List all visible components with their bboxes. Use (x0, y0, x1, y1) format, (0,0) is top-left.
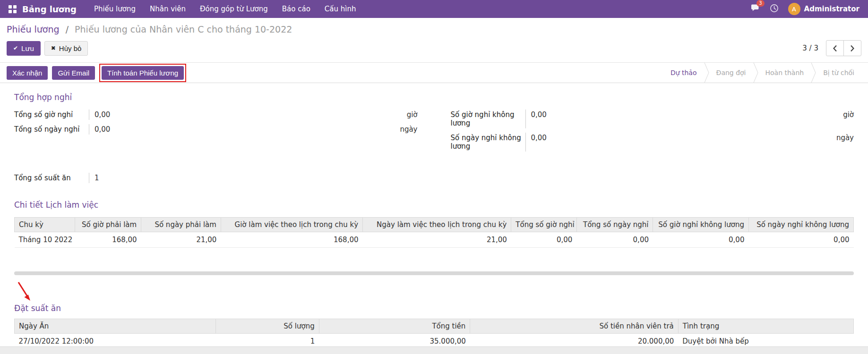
send-email-button[interactable]: Gửi Email (52, 66, 95, 80)
col-header[interactable]: Tổng số ngày nghỉ (576, 218, 653, 232)
page-bottom-strip (0, 346, 868, 354)
state-arrow-icon (704, 63, 709, 83)
col-header[interactable]: Tổng số giờ nghỉ (511, 218, 577, 232)
right-field-column: Số giờ nghỉ không lương 0,00 giờ Số ngày… (451, 110, 854, 156)
app-name[interactable]: Bảng lương (22, 4, 77, 14)
total-leave-hours-input[interactable]: 0,00 (89, 110, 403, 120)
action-row: ✔ Lưu ✖ Hủy bỏ 3 / 3 (7, 40, 861, 62)
cell-leave-hours[interactable]: 0,00 (511, 232, 577, 248)
meal-orders-section: Đặt suất ăn Ngày Ăn Số lượng Tổng tiền S… (14, 303, 854, 349)
section-title-working-schedule: Chi tiết Lịch làm việc (14, 200, 854, 210)
table-header-row: Chu kỳ Số giờ phải làm Số ngày phải làm … (15, 218, 854, 232)
menu-nhan-vien[interactable]: Nhân viên (143, 0, 193, 18)
compute-payslip-button[interactable]: Tính toán Phiếu lương (102, 66, 184, 80)
pager-next-button[interactable] (843, 40, 861, 56)
pager-previous-button[interactable] (826, 40, 844, 56)
menu-bao-cao[interactable]: Báo cáo (275, 0, 318, 18)
field-unpaid-leave-hours: Số giờ nghỉ không lương 0,00 giờ (451, 110, 854, 128)
total-leave-days-input[interactable]: 0,00 (89, 124, 396, 135)
field-label: Số giờ nghỉ không lương (451, 110, 525, 128)
total-meals-input[interactable]: 1 (89, 173, 418, 183)
check-icon: ✔ (13, 45, 18, 51)
form-statusbar: Xác nhận Gửi Email Tính toán Phiếu lương… (0, 62, 868, 83)
control-panel: Phiếu lương / Phiếu lương của Nhân viên … (0, 18, 868, 62)
col-header[interactable]: Tình trạng (678, 319, 853, 334)
field-unit: giờ (839, 110, 854, 128)
unpaid-leave-days-input[interactable]: 0,00 (525, 133, 833, 152)
field-unit: ngày (833, 133, 854, 152)
col-header[interactable]: Tổng tiền (319, 319, 470, 334)
table-row[interactable]: Tháng 10 2022 168,00 21,00 168,00 21,00 … (15, 232, 854, 248)
save-button[interactable]: ✔ Lưu (7, 41, 41, 56)
pager-count: 3 / 3 (802, 44, 818, 52)
messages-button[interactable]: 3 (746, 2, 765, 16)
left-field-column: Tổng số giờ nghỉ 0,00 giờ Tổng số ngày n… (14, 110, 418, 156)
discard-button[interactable]: ✖ Hủy bỏ (44, 41, 88, 56)
pager: 3 / 3 (802, 40, 861, 56)
activities-button[interactable] (765, 2, 783, 17)
cell-leave-days[interactable]: 0,00 (576, 232, 653, 248)
table-header-row: Ngày Ăn Số lượng Tổng tiền Số tiền nhân … (15, 319, 854, 334)
col-header[interactable]: Số giờ phải làm (75, 218, 141, 232)
state-arrow-icon (753, 63, 758, 83)
field-label: Tổng số suất ăn (14, 173, 89, 183)
col-header[interactable]: Số ngày nghỉ không lương (748, 218, 853, 232)
menu-cau-hinh[interactable]: Cấu hình (318, 0, 363, 18)
field-label: Tổng số giờ nghỉ (14, 110, 89, 120)
col-header[interactable]: Số giờ nghỉ không lương (653, 218, 748, 232)
cell-calendar-hours[interactable]: 168,00 (221, 232, 362, 248)
state-draft[interactable]: Dự thảo (663, 69, 704, 76)
field-unit: giờ (403, 110, 418, 120)
field-unpaid-leave-days: Số ngày nghỉ không lương 0,00 ngày (451, 133, 854, 152)
cell-hours-due[interactable]: 168,00 (75, 232, 141, 248)
working-schedule-section: Chi tiết Lịch làm việc Chu kỳ Số giờ phả… (14, 200, 854, 248)
red-highlight-box: Tính toán Phiếu lương (99, 64, 186, 82)
col-header[interactable]: Ngày làm việc theo lịch trong chu kỳ (363, 218, 511, 232)
chevron-left-icon (833, 45, 837, 52)
field-label: Số ngày nghỉ không lương (451, 133, 525, 152)
user-menu[interactable]: A Administrator (783, 3, 861, 15)
cell-unpaid-days[interactable]: 0,00 (748, 232, 853, 248)
menu-dong-gop[interactable]: Đóng góp từ Lương (193, 0, 275, 18)
avatar: A (788, 3, 800, 15)
main-menu: Phiếu lương Nhân viên Đóng góp từ Lương … (87, 0, 363, 18)
col-header[interactable]: Giờ làm việc theo lịch trong chu kỳ (221, 218, 362, 232)
red-arrow-annotation (15, 281, 36, 303)
cell-period[interactable]: Tháng 10 2022 (15, 232, 75, 248)
breadcrumb-separator: / (66, 24, 69, 34)
field-total-meals: Tổng số suất ăn 1 (14, 173, 418, 183)
messages-badge: 3 (756, 0, 764, 7)
col-header[interactable]: Số lượng (216, 319, 319, 334)
cell-days-due[interactable]: 21,00 (141, 232, 221, 248)
close-icon: ✖ (51, 45, 56, 51)
col-header[interactable]: Số ngày phải làm (141, 218, 221, 232)
col-header[interactable]: Số tiền nhân viên trả (470, 319, 678, 334)
clock-icon (770, 4, 779, 15)
state-arrow-icon (811, 63, 816, 83)
state-refused[interactable]: Bị từ chối (816, 69, 861, 76)
cell-calendar-days[interactable]: 21,00 (363, 232, 511, 248)
field-total-leave-hours: Tổng số giờ nghỉ 0,00 giờ (14, 110, 418, 120)
cell-unpaid-hours[interactable]: 0,00 (653, 232, 748, 248)
user-name: Administrator (804, 5, 859, 13)
meal-orders-table: Ngày Ăn Số lượng Tổng tiền Số tiền nhân … (14, 319, 854, 349)
top-navbar: Bảng lương Phiếu lương Nhân viên Đóng gó… (0, 0, 868, 18)
apps-grid-icon[interactable] (9, 5, 17, 13)
chevron-right-icon (850, 45, 855, 52)
navbar-right: 3 A Administrator (746, 2, 861, 17)
state-waiting[interactable]: Đang đợi (709, 69, 753, 76)
section-title-leave-summary: Tổng hợp nghỉ (14, 93, 854, 102)
col-header[interactable]: Chu kỳ (15, 218, 75, 232)
menu-phieu-luong[interactable]: Phiếu lương (87, 0, 143, 18)
state-done[interactable]: Hoàn thành (758, 69, 811, 76)
field-unit: ngày (396, 124, 417, 135)
horizontal-scrollbar[interactable] (14, 271, 854, 275)
unpaid-leave-hours-input[interactable]: 0,00 (525, 110, 840, 128)
breadcrumb: Phiếu lương / Phiếu lương của Nhân viên … (7, 24, 861, 34)
working-schedule-table: Chu kỳ Số giờ phải làm Số ngày phải làm … (14, 217, 854, 248)
confirm-button[interactable]: Xác nhận (7, 66, 48, 80)
status-pipeline: Dự thảo Đang đợi Hoàn thành Bị từ chối (663, 63, 861, 83)
leave-summary-group: Tổng số giờ nghỉ 0,00 giờ Tổng số ngày n… (14, 110, 854, 156)
breadcrumb-parent-link[interactable]: Phiếu lương (7, 24, 60, 34)
col-header[interactable]: Ngày Ăn (15, 319, 216, 334)
